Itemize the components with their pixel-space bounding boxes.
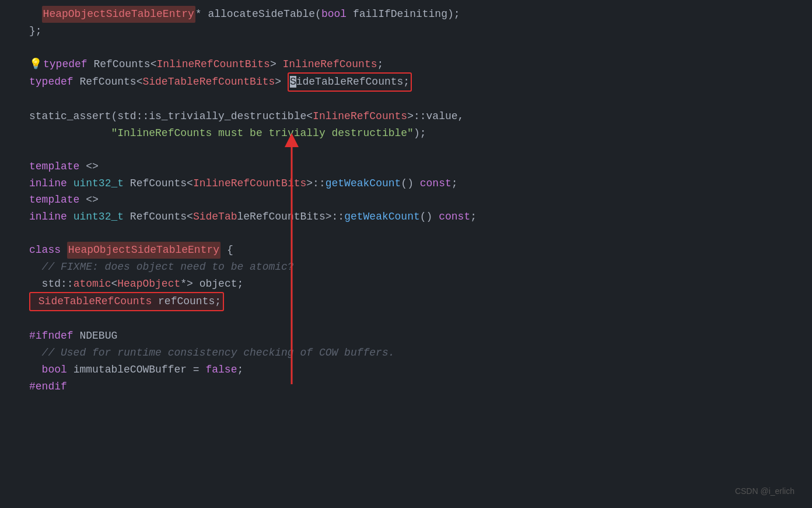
lightbulb-icon: 💡 [29,56,42,73]
code-line-empty [29,311,789,328]
heap-obj-type: HeapObjectSideTableEntry [42,6,195,23]
code-line-empty [29,40,789,56]
code-line: #endif [29,378,789,395]
sidetablerefcounts-refcounts-box: SideTableRefCounts refCounts; [29,292,224,311]
code-line: #ifndef NDEBUG [29,328,789,345]
code-line: inline uint32_t RefCounts<SideTableRefCo… [29,208,789,225]
code-line: }; [29,23,789,40]
code-line-empty [29,225,789,242]
sidetablerefcounts-box: SideTableRefCounts; [288,72,412,92]
code-line: 💡typedef RefCounts<InlineRefCountBits> I… [29,56,789,73]
code-container: HeapObjectSideTableEntry* allocateSideTa… [0,0,812,401]
code-line: class HeapObjectSideTableEntry { [29,242,789,259]
code-line-refcounts-boxed: SideTableRefCounts refCounts; [29,292,789,311]
code-line: // FIXME: does object need to be atomic? [29,259,789,276]
code-line: "InlineRefCounts must be trivially destr… [29,125,789,142]
code-line: // Used for runtime consistency checking… [29,345,789,361]
code-line: HeapObjectSideTableEntry* allocateSideTa… [29,6,789,23]
heap-obj-class: HeapObjectSideTableEntry [67,242,220,259]
code-line-empty [29,142,789,158]
code-line: std::atomic<HeapObject*> object; [29,276,789,293]
code-line: bool immutableCOWBuffer = false; [29,361,789,378]
code-line: static_assert(std::is_trivially_destruct… [29,108,789,125]
code-line-template2: template <> [29,192,789,208]
code-line-typedef-sidetable: typedef RefCounts<SideTableRefCountBits>… [29,72,789,92]
code-line-template1: template <> [29,158,789,175]
code-line: inline uint32_t RefCounts<InlineRefCount… [29,175,789,192]
code-line-empty [29,92,789,108]
watermark: CSDN @i_erlich [735,485,794,497]
